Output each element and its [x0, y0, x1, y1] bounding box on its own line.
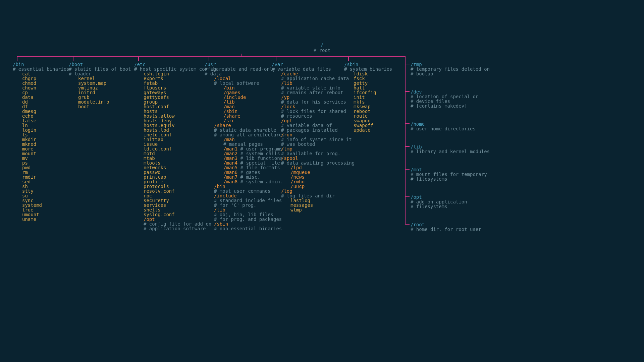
right-root: /root# home dir. for root user — [411, 222, 481, 232]
column-var: /var# variable data files/cache# applica… — [272, 62, 355, 212]
right-mnt: /mnt# mount files for temporary# filesys… — [411, 167, 487, 181]
root-path: / — [0, 43, 644, 47]
column-sbin: /sbin# system binariesfdiskfsckgettyhalt… — [344, 62, 392, 132]
right-dev: /dev# location of special or# device fil… — [411, 89, 478, 108]
right-lib: /lib# library and kernel modules — [411, 144, 490, 154]
column-bin: /bin# essential binariescatchgrpchmodcho… — [13, 62, 69, 222]
root-node: / # root — [0, 43, 644, 53]
right-opt: /opt# add-on application# filesystems — [411, 195, 467, 209]
root-desc: # root — [0, 48, 644, 53]
column-boot: /boot# static files of boot# loaderkerne… — [69, 62, 131, 109]
column-etc: /etc# host specific system configcsh.log… — [134, 62, 216, 231]
right-home: /home# user home directories — [411, 122, 476, 131]
right-tmp: /tmp# temporary files deleted on# bootup — [411, 62, 490, 76]
